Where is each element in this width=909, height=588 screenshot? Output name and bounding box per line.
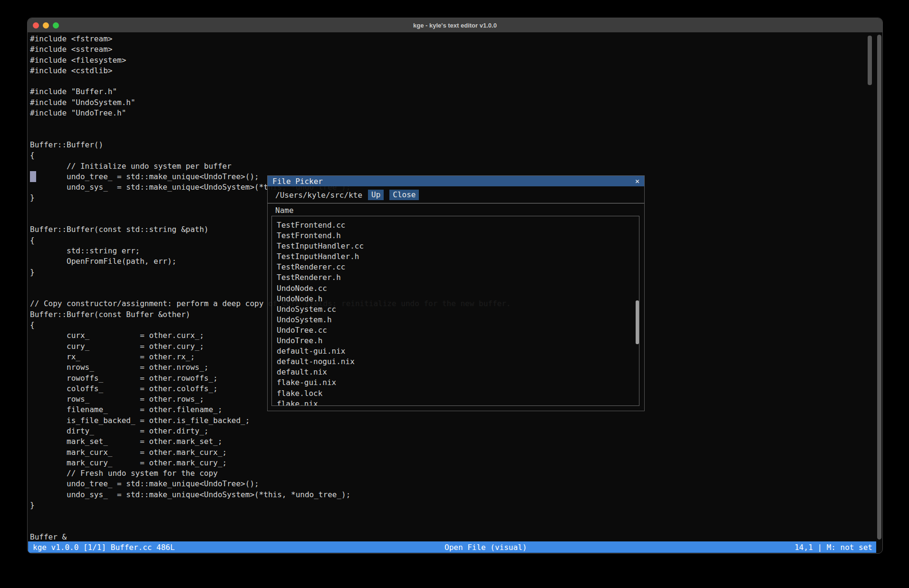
status-bar: kge v1.0.0 [1/1] Buffer.cc 486L Open Fil… <box>28 541 876 553</box>
up-button[interactable]: Up <box>368 190 384 200</box>
path-row: /Users/kyle/src/kte Up Close <box>275 189 419 201</box>
file-list: TestFrontend.ccTestFrontend.hTestInputHa… <box>271 216 639 406</box>
name-column-header: Name <box>275 206 294 215</box>
file-list-item[interactable]: TestFrontend.h <box>277 231 639 241</box>
file-list-item[interactable]: TestRenderer.h <box>277 272 639 283</box>
file-list-item[interactable]: flake-gui.nix <box>277 377 639 388</box>
file-picker-titlebar[interactable]: File Picker ✕ <box>268 176 644 186</box>
status-file-info: kge v1.0.0 [1/1] Buffer.cc 486L <box>33 543 175 552</box>
file-list-item[interactable]: TestFrontend.cc <box>277 220 639 231</box>
file-list-item[interactable]: TestRenderer.cc <box>277 262 639 272</box>
close-window-button[interactable] <box>33 22 39 29</box>
current-path: /Users/kyle/src/kte <box>275 191 362 200</box>
file-list-item[interactable]: default-nogui.nix <box>277 357 639 367</box>
traffic-lights <box>28 22 59 29</box>
file-list-item[interactable]: UndoSystem.cc <box>277 304 639 315</box>
close-icon[interactable]: ✕ <box>635 176 639 186</box>
window-scrollbar[interactable] <box>877 35 881 540</box>
file-list-item[interactable]: UndoNode.cc <box>277 283 639 294</box>
file-list-item[interactable]: flake.nix <box>277 399 639 406</box>
window-titlebar[interactable]: kge - kyle's text editor v1.0.0 <box>28 18 882 32</box>
status-mode: Open File (visual) <box>445 543 527 552</box>
editor-scrollbar-thumb[interactable] <box>868 36 872 85</box>
file-list-item[interactable]: default-gui.nix <box>277 346 639 357</box>
file-list-item[interactable]: TestInputHandler.h <box>277 251 639 262</box>
status-cursor-position: 14,1 | M: not set <box>794 543 872 552</box>
file-list-item[interactable]: default.nix <box>277 367 639 377</box>
file-list-item[interactable]: UndoNode.h <box>277 294 639 304</box>
file-picker-dialog: File Picker ✕ /Users/kyle/src/kte Up Clo… <box>267 175 645 411</box>
file-list-scrollbar-thumb[interactable] <box>636 300 639 344</box>
close-button[interactable]: Close <box>389 190 419 200</box>
file-list-item[interactable]: TestInputHandler.cc <box>277 241 639 251</box>
file-list-item[interactable]: flake.lock <box>277 388 639 399</box>
file-picker-title: File Picker <box>272 177 323 186</box>
file-list-item[interactable]: UndoSystem.h <box>277 315 639 325</box>
file-list-item[interactable]: UndoTree.h <box>277 336 639 346</box>
dialog-separator <box>268 203 644 203</box>
file-list-item[interactable]: UndoTree.cc <box>277 325 639 336</box>
minimize-window-button[interactable] <box>43 22 49 29</box>
zoom-window-button[interactable] <box>53 22 59 29</box>
window-title: kge - kyle's text editor v1.0.0 <box>28 22 882 29</box>
desktop-background: kge - kyle's text editor v1.0.0 #include… <box>0 0 909 588</box>
text-cursor <box>30 171 36 182</box>
